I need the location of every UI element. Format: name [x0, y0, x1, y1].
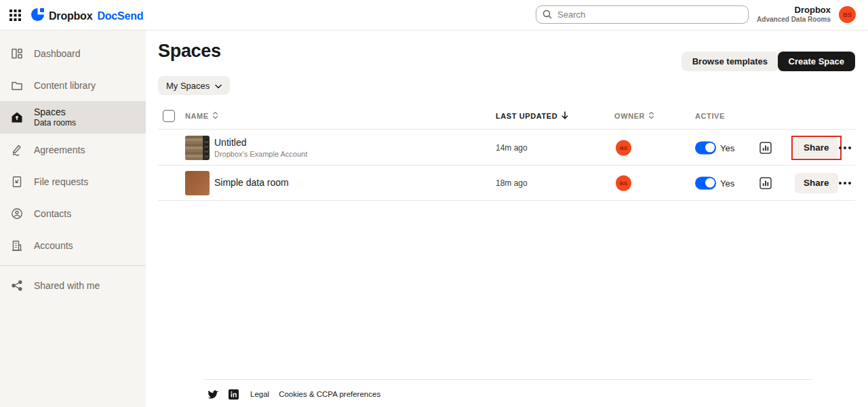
browse-templates-button[interactable]: Browse templates: [682, 52, 778, 71]
spaces-home-icon: [11, 111, 23, 123]
linkedin-icon[interactable]: [229, 389, 239, 400]
analytics-icon[interactable]: [760, 142, 772, 154]
share-icon: [11, 279, 23, 292]
sort-icon: [648, 111, 654, 120]
table-row: Simple data room 18m ago BS Yes Share: [158, 166, 855, 201]
space-name[interactable]: Untitled: [214, 136, 307, 149]
more-options-button[interactable]: [839, 182, 851, 185]
apps-grid-icon[interactable]: [9, 9, 21, 21]
building-icon: [11, 239, 23, 252]
twitter-icon[interactable]: [208, 390, 218, 399]
search-box: [536, 5, 749, 24]
share-highlight-box: Share: [791, 136, 842, 160]
sidebar-divider: [0, 265, 146, 266]
active-toggle[interactable]: [695, 176, 716, 189]
sidebar-sublabel: Data rooms: [34, 118, 76, 129]
legal-link[interactable]: Legal: [250, 390, 269, 398]
docsend-mark-icon: [31, 8, 44, 24]
select-all-checkbox[interactable]: [163, 110, 175, 122]
account-plan: Advanced Data Rooms: [757, 16, 831, 24]
last-updated-value: 18m ago: [496, 178, 528, 188]
analytics-icon[interactable]: [760, 177, 772, 189]
my-spaces-filter-dropdown[interactable]: My Spaces: [158, 76, 230, 95]
sidebar-label: Contacts: [34, 208, 71, 219]
column-header-name[interactable]: NAME: [185, 111, 218, 120]
main-content: Spaces Browse templates Create Space My …: [146, 31, 868, 407]
user-avatar[interactable]: BS: [839, 6, 856, 23]
space-thumbnail[interactable]: [185, 136, 210, 160]
sidebar-item-spaces[interactable]: Spaces Data rooms: [0, 101, 146, 134]
sidebar-item-accounts[interactable]: Accounts: [0, 229, 146, 261]
sidebar-item-agreements[interactable]: Agreements: [0, 134, 146, 166]
spaces-table: Untitled Dropbox's Example Account 14m a…: [158, 130, 855, 201]
more-options-button[interactable]: [839, 147, 851, 149]
docsend-logo[interactable]: Dropbox DocSend: [31, 8, 143, 24]
sidebar-label: Shared with me: [34, 280, 100, 291]
pen-signature-icon: [11, 144, 23, 156]
table-header: NAME LAST UPDATED OWNER: [158, 102, 855, 130]
dashboard-icon: [11, 47, 23, 60]
last-updated-value: 14m ago: [496, 143, 528, 153]
active-toggle-label: Yes: [720, 142, 734, 153]
share-button[interactable]: Share: [795, 173, 838, 193]
active-toggle-label: Yes: [720, 178, 734, 188]
sidebar-label: Spaces: [34, 106, 76, 118]
column-header-last-updated[interactable]: LAST UPDATED: [496, 111, 569, 121]
share-button[interactable]: Share: [795, 138, 838, 158]
sidebar-item-content-library[interactable]: Content library: [0, 69, 146, 101]
sidebar-label: Accounts: [34, 240, 73, 251]
sort-desc-arrow-icon: [561, 111, 569, 121]
account-info: Dropbox Advanced Data Rooms: [757, 5, 831, 24]
sidebar-label: File requests: [34, 176, 88, 187]
account-org: Dropbox: [757, 5, 831, 16]
column-header-owner[interactable]: OWNER: [614, 111, 654, 120]
brand-text: Dropbox: [49, 10, 92, 22]
owner-avatar[interactable]: BS: [616, 140, 631, 155]
folder-icon: [11, 79, 23, 92]
top-bar: Dropbox DocSend Dropbox Advanced Data Ro…: [0, 0, 868, 31]
sidebar-label: Dashboard: [34, 48, 81, 59]
space-name[interactable]: Simple data room: [214, 176, 289, 190]
space-thumbnail[interactable]: [185, 171, 210, 195]
create-space-button[interactable]: Create Space: [778, 52, 855, 71]
column-header-active: ACTIVE: [695, 112, 725, 120]
sidebar-item-file-requests[interactable]: File requests: [0, 166, 146, 197]
owner-avatar[interactable]: BS: [616, 175, 631, 191]
sidebar-item-shared-with-me[interactable]: Shared with me: [0, 269, 146, 301]
share-highlight-box: Share: [791, 171, 842, 195]
filter-label: My Spaces: [166, 81, 210, 91]
sidebar: Dashboard Content library Spaces Data ro…: [0, 31, 146, 407]
sidebar-label: Agreements: [34, 144, 85, 155]
cookies-ccpa-link[interactable]: Cookies & CCPA preferences: [279, 390, 380, 398]
product-text: DocSend: [97, 10, 143, 22]
active-toggle[interactable]: [695, 141, 716, 154]
table-row: Untitled Dropbox's Example Account 14m a…: [158, 130, 855, 166]
sort-icon: [212, 111, 218, 120]
page-title: Spaces: [158, 41, 221, 62]
sidebar-item-dashboard[interactable]: Dashboard: [0, 37, 146, 69]
search-icon: [542, 9, 552, 22]
contact-icon: [11, 208, 23, 220]
sidebar-label: Content library: [34, 80, 96, 91]
footer: Legal Cookies & CCPA preferences: [208, 389, 380, 400]
search-input[interactable]: [536, 5, 749, 24]
chevron-down-icon: [215, 81, 222, 91]
footer-divider: [204, 379, 812, 380]
sidebar-item-contacts[interactable]: Contacts: [0, 197, 146, 229]
file-request-icon: [11, 176, 23, 188]
space-subtitle: Dropbox's Example Account: [214, 149, 307, 159]
